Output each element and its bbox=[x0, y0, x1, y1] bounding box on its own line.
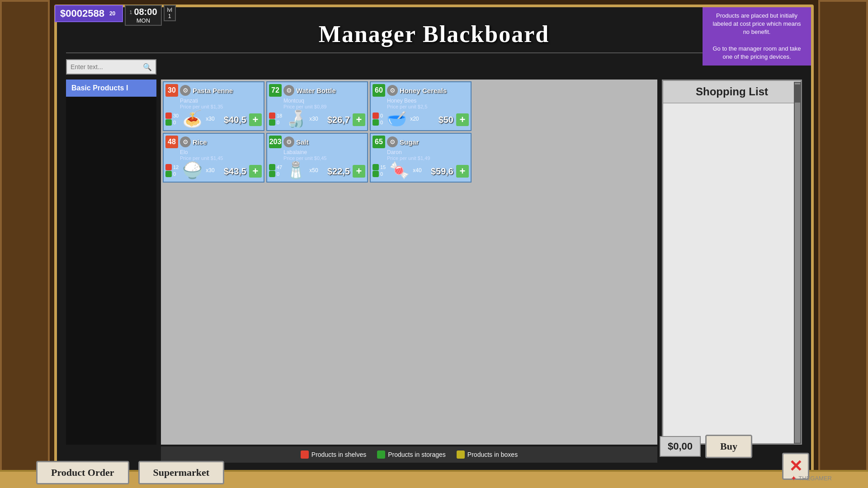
pillar-left bbox=[0, 0, 50, 488]
product-img-rice: 🍚 bbox=[180, 161, 204, 180]
price-big-pasta: $40,5 bbox=[224, 115, 246, 125]
shelf-count-30-pasta: 30 bbox=[173, 113, 179, 118]
product-card-pasta-penne: 30 ⚙ Pasta Penne Panzati Price per unit … bbox=[163, 81, 264, 131]
shelf-dot-green1-salt bbox=[269, 164, 275, 170]
supermarket-button[interactable]: Supermarket bbox=[138, 461, 225, 484]
product-header-sugar: 65 ⚙ Sugar bbox=[373, 136, 469, 148]
product-img-water: 🍶 bbox=[284, 109, 307, 128]
stock-total-water: 72 bbox=[269, 84, 282, 97]
product-name-water: Water Bottle bbox=[296, 87, 336, 94]
shelf-count-12-rice: 12 bbox=[173, 164, 179, 170]
shelf-row-green1-sugar: 15 bbox=[373, 164, 386, 170]
watermark-text: THEGAMER bbox=[798, 475, 832, 482]
legend-dot-green bbox=[377, 450, 385, 459]
watermark: ✦ THEGAMER bbox=[791, 474, 832, 483]
product-name-rice: Rice bbox=[193, 138, 207, 146]
shelf-row-red-pasta: 30 bbox=[165, 113, 179, 119]
product-shelf-rice: 12 0 bbox=[165, 164, 179, 177]
product-main-water: 18 0 🍶 x30 $26,7 + bbox=[269, 109, 365, 128]
price-row-pasta: $40,5 + bbox=[217, 113, 262, 126]
add-btn-honey[interactable]: + bbox=[456, 113, 469, 126]
product-img-sugar: 🍬 bbox=[387, 161, 411, 180]
honey-emoji: 🥣 bbox=[387, 109, 407, 128]
product-order-button[interactable]: Product Order bbox=[36, 461, 129, 484]
add-btn-rice[interactable]: + bbox=[249, 165, 262, 178]
category-panel: Basic Products I bbox=[66, 80, 156, 445]
product-shelf-water: 18 0 bbox=[269, 113, 282, 126]
search-bar[interactable]: 🔍 bbox=[66, 59, 156, 75]
legend-dot-yellow bbox=[457, 450, 465, 459]
add-btn-sugar[interactable]: + bbox=[456, 165, 469, 178]
lvl-num: 1 bbox=[168, 13, 171, 19]
legend-bar: Products in shelves Products in storages… bbox=[161, 446, 657, 463]
product-img-salt: 🧂 bbox=[284, 161, 307, 180]
products-area: 30 ⚙ Pasta Penne Panzati Price per unit … bbox=[161, 80, 657, 445]
main-frame: $0002588 20 1 08:00 MON lvl 1 Products a… bbox=[54, 5, 814, 483]
water-emoji: 🍶 bbox=[286, 109, 306, 128]
product-price-unit-water: Price per unit $0,89 bbox=[283, 104, 365, 109]
qty-label-honey: x20 bbox=[410, 116, 419, 122]
total-price: $0,00 bbox=[660, 436, 701, 457]
shopping-content bbox=[663, 103, 801, 443]
rice-emoji: 🍚 bbox=[182, 161, 203, 180]
add-btn-water[interactable]: + bbox=[353, 113, 365, 126]
shelf-row-red-honey: 0 bbox=[373, 113, 383, 119]
shopping-panel: Shopping List bbox=[662, 80, 802, 445]
category-item-basic-products-1[interactable]: Basic Products I bbox=[66, 80, 156, 97]
product-card-sugar: 65 ⚙ Sugar Daron Price per unit $1,49 15 bbox=[370, 133, 472, 183]
product-shelf-salt: 47 0 bbox=[269, 164, 282, 177]
shelf-count-0-sugar: 0 bbox=[380, 171, 383, 177]
product-price-unit-salt: Price per unit $0,45 bbox=[283, 155, 365, 161]
shelf-row-green-pasta: 0 bbox=[165, 119, 179, 126]
shelf-count-47-salt: 47 bbox=[277, 164, 282, 170]
shelf-count-0g-honey: 0 bbox=[380, 120, 383, 125]
add-btn-pasta[interactable]: + bbox=[249, 113, 262, 126]
tooltip-line1: Products are placed but initially labele… bbox=[709, 12, 805, 37]
stock-total-rice: 48 bbox=[165, 136, 178, 148]
products-row-1: 30 ⚙ Pasta Penne Panzati Price per unit … bbox=[163, 81, 656, 131]
product-brand-rice: Elo bbox=[180, 149, 262, 155]
stock-total-pasta: 30 bbox=[165, 84, 178, 97]
product-brand-honey: Honey Bees bbox=[387, 98, 469, 104]
shelf-dot-green-water bbox=[269, 119, 275, 126]
product-card-honey-cereals: 60 ⚙ Honey Cereals Honey Bees Price per … bbox=[370, 81, 472, 131]
level-badge: 20 bbox=[107, 9, 118, 18]
close-x-icon: ✕ bbox=[789, 457, 802, 476]
product-name-salt: Salt bbox=[296, 138, 309, 146]
price-big-salt: $22,5 bbox=[327, 166, 350, 177]
shelf-row-green1-salt: 47 bbox=[269, 164, 282, 170]
product-price-unit-pasta: Price per unit $1,35 bbox=[180, 104, 262, 109]
time-row: 1 08:00 bbox=[129, 7, 157, 17]
product-card-water-bottle: 72 ⚙ Water Bottle Montcuq Price per unit… bbox=[266, 81, 368, 131]
search-input[interactable] bbox=[71, 63, 140, 70]
time-display: 1 08:00 MON bbox=[125, 5, 161, 26]
shelf-dot-green2-sugar bbox=[373, 171, 379, 177]
add-btn-salt[interactable]: + bbox=[353, 165, 365, 178]
price-big-rice: $43,5 bbox=[224, 166, 246, 177]
qty-label-water: x30 bbox=[309, 116, 318, 122]
legend-boxes-label: Products in boxes bbox=[467, 451, 518, 458]
product-header-pasta: 30 ⚙ Pasta Penne bbox=[165, 84, 262, 97]
shelf-count-0-water: 0 bbox=[277, 120, 279, 125]
legend-shelves: Products in shelves bbox=[301, 450, 366, 459]
product-header-rice: 48 ⚙ Rice bbox=[165, 136, 262, 148]
products-row-2: 48 ⚙ Rice Elo Price per unit $1,45 12 bbox=[163, 133, 656, 183]
shelf-dot-red-water bbox=[269, 113, 275, 119]
shelf-count-18-water: 18 bbox=[277, 113, 282, 118]
product-header-salt: 203 ⚙ Salt bbox=[269, 136, 365, 148]
shelf-row-red-water: 18 bbox=[269, 113, 282, 119]
price-row-rice: $43,5 + bbox=[217, 165, 262, 178]
shopping-scrollbar[interactable] bbox=[794, 82, 801, 444]
stock-total-salt: 203 bbox=[269, 136, 282, 148]
shelf-row-green-honey: 0 bbox=[373, 119, 383, 126]
product-brand-sugar: Daron bbox=[387, 149, 469, 155]
product-brand-pasta: Panzati bbox=[180, 98, 262, 104]
shelf-dot-green-pasta bbox=[165, 119, 172, 126]
bottom-buttons: Product Order Supermarket bbox=[36, 461, 224, 484]
divider bbox=[66, 52, 802, 53]
day-number: 1 bbox=[129, 9, 132, 15]
buy-button[interactable]: Buy bbox=[705, 435, 752, 458]
shelf-dot-green2-salt bbox=[269, 171, 275, 177]
shelf-dot-red-honey bbox=[373, 113, 379, 119]
price-big-sugar: $59,6 bbox=[431, 166, 453, 177]
